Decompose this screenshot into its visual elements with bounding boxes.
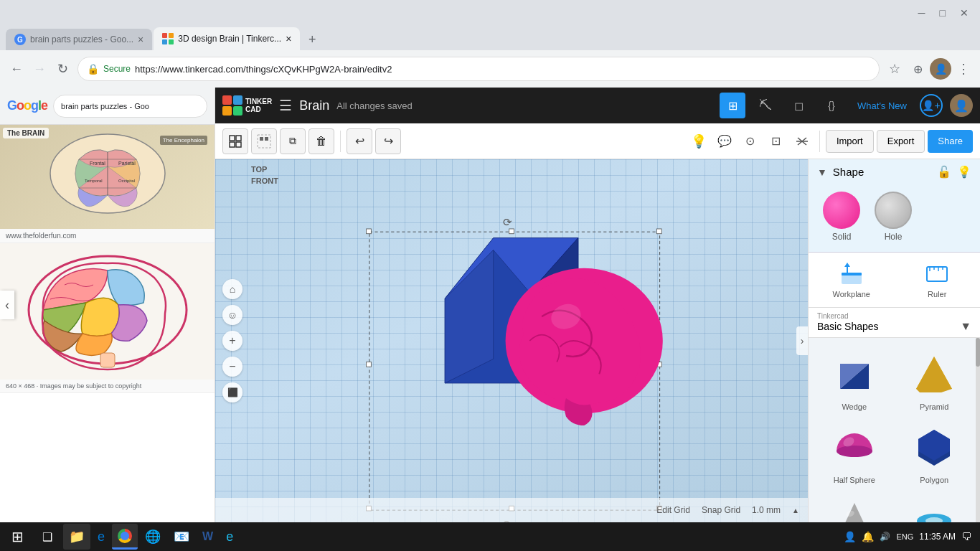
shapes-dropdown-arrow[interactable]: ▼: [960, 320, 971, 333]
snap-align-tool[interactable]: 💡: [687, 130, 710, 153]
workplane-button[interactable]: Workplane: [809, 257, 895, 303]
new-tab-button[interactable]: +: [301, 29, 323, 50]
hole-option[interactable]: Hole: [875, 192, 912, 242]
people-button[interactable]: 👤: [844, 531, 856, 542]
tc-view-grid[interactable]: ⊞: [720, 93, 745, 118]
mirror-tool[interactable]: 💬: [713, 130, 736, 153]
url-bar[interactable]: 🔒 Secure https://www.tinkercad.com/thing…: [77, 57, 880, 81]
tc-view-3d[interactable]: ⛏: [753, 93, 778, 118]
taskbar-app-word[interactable]: W: [197, 524, 219, 550]
svg-rect-3: [169, 39, 174, 44]
extensions-button[interactable]: ⊕: [907, 58, 928, 80]
refresh-button[interactable]: ↻: [52, 58, 73, 80]
minimize-button[interactable]: ─: [918, 7, 925, 19]
snap-grid-value[interactable]: 1.0 mm: [752, 505, 781, 515]
profile-button[interactable]: 👤: [930, 58, 951, 80]
volume-icon[interactable]: 🔊: [880, 532, 890, 542]
hole-color-circle[interactable]: [875, 192, 912, 229]
workplane-icon: [839, 261, 864, 287]
taskbar-app-ie[interactable]: 🌐: [139, 524, 166, 550]
solid-color-circle[interactable]: [823, 192, 860, 229]
shape-polygon[interactable]: Polygon: [897, 420, 972, 487]
tc-view-cam[interactable]: ◻: [786, 93, 811, 118]
tab-tinkercad[interactable]: 3D design Brain | Tinkerc... ×: [154, 27, 300, 50]
tab-label-tinkercad: 3D design Brain | Tinkerc...: [178, 34, 281, 44]
panel-collapse-arrow[interactable]: ›: [796, 326, 808, 355]
duplicate-tool[interactable]: ⧉: [280, 128, 306, 154]
shape-pyramid[interactable]: Pyramid: [897, 347, 972, 414]
snap-grid-up[interactable]: ▲: [792, 507, 799, 514]
google-logo: Google: [7, 98, 47, 113]
redo-tool[interactable]: ↪: [375, 128, 401, 154]
tc-menu-icon[interactable]: ☰: [279, 97, 292, 114]
align-tool[interactable]: ⊙: [739, 130, 762, 153]
svg-marker-51: [916, 357, 952, 392]
export-button[interactable]: Export: [877, 130, 925, 153]
action-center-button[interactable]: 🗨: [961, 531, 971, 542]
taskbar-app-edge[interactable]: e: [92, 524, 110, 550]
logo-sq-yellow: [222, 106, 232, 116]
start-button[interactable]: ⊞: [3, 523, 32, 550]
tc-whats-new[interactable]: What's New: [852, 100, 913, 111]
tc-add-user-button[interactable]: 👤+: [920, 94, 943, 117]
search-result-1[interactable]: Frontal Parietal Temporal Occipital The …: [0, 125, 215, 243]
tab-close-tinkercad[interactable]: ×: [286, 33, 291, 44]
task-view-button[interactable]: ❑: [33, 523, 62, 550]
svg-marker-42: [844, 263, 850, 267]
bookmark-button[interactable]: ☆: [884, 58, 905, 80]
tc-logo[interactable]: TINKERCAD: [222, 95, 272, 116]
svg-text:Occipital: Occipital: [118, 179, 135, 183]
taskbar-app-ie2[interactable]: e: [220, 524, 239, 550]
shape-cone[interactable]: Cone: [817, 493, 892, 522]
svg-rect-1: [169, 33, 174, 38]
close-button[interactable]: ✕: [960, 7, 969, 19]
tc-canvas[interactable]: TOP FRONT ⌂ ☺ + − ⬛: [215, 159, 808, 522]
search-input[interactable]: brain parts puzzles - Goo: [53, 95, 207, 118]
flip-tool[interactable]: ⊡: [765, 130, 788, 153]
shape-torus[interactable]: Torus: [897, 493, 972, 522]
tc-topbar: TINKERCAD ☰ Brain All changes saved ⊞ ⛏ …: [215, 88, 980, 123]
shape-header: ▼ Shape 🔓 💡: [809, 159, 980, 184]
share-button[interactable]: Share: [928, 130, 973, 153]
menu-button[interactable]: ⋮: [953, 58, 974, 80]
shape-properties-panel: ▼ Shape 🔓 💡 Solid H: [809, 159, 980, 253]
edit-grid-label[interactable]: Edit Grid: [656, 505, 690, 515]
taskbar-app-chrome[interactable]: [112, 524, 138, 550]
taskbar-app-mail[interactable]: 📧: [168, 524, 195, 550]
tc-logo-text: TINKERCAD: [245, 98, 272, 113]
shape-collapse-icon[interactable]: ▼: [817, 166, 827, 178]
shapes-source: Tinkercad: [817, 312, 971, 320]
ruler-button[interactable]: Ruler: [895, 257, 981, 303]
svg-rect-19: [260, 137, 263, 141]
delete-tool[interactable]: 🗑: [308, 128, 334, 154]
maximize-button[interactable]: □: [940, 7, 946, 19]
svg-rect-22: [367, 229, 372, 234]
shape-light-icon[interactable]: 💡: [957, 165, 971, 179]
tc-user-avatar[interactable]: 👤: [950, 94, 973, 117]
search-result-2[interactable]: 640 × 468 · Images may be subject to cop…: [0, 243, 215, 393]
mail-icon: 📧: [174, 529, 189, 545]
ungroup-tool[interactable]: [251, 128, 277, 154]
import-button[interactable]: Import: [826, 130, 874, 153]
reflect-tool[interactable]: [791, 130, 814, 153]
shape-lock-icon[interactable]: 🔓: [937, 165, 951, 179]
svg-rect-24: [656, 229, 661, 234]
search-result-2-caption: 640 × 468 · Images may be subject to cop…: [0, 380, 215, 392]
shape-half-sphere[interactable]: Half Sphere: [817, 420, 892, 487]
back-button[interactable]: ←: [6, 58, 27, 80]
tab-google[interactable]: G brain parts puzzles - Goo... ×: [6, 29, 152, 50]
tab-close-google[interactable]: ×: [138, 34, 143, 45]
taskbar-app-explorer[interactable]: 📁: [63, 524, 90, 550]
tc-design-title: Brain: [299, 98, 329, 113]
network-icon[interactable]: 🔔: [862, 531, 874, 542]
left-nav-arrow[interactable]: ‹: [0, 291, 14, 319]
tc-view-code[interactable]: {}: [819, 93, 844, 118]
undo-tool[interactable]: ↩: [347, 128, 372, 154]
svg-point-52: [837, 446, 872, 457]
taskbar: ⊞ ❑ 📁 e 🌐 📧 W e 👤 🔔 🔊 ENG: [0, 522, 980, 551]
solid-option[interactable]: Solid: [823, 192, 860, 242]
shape-wedge[interactable]: Wedge: [817, 347, 892, 414]
forward-button[interactable]: →: [29, 58, 50, 80]
logo-sq-blue: [233, 95, 242, 105]
group-tool[interactable]: [222, 128, 248, 154]
